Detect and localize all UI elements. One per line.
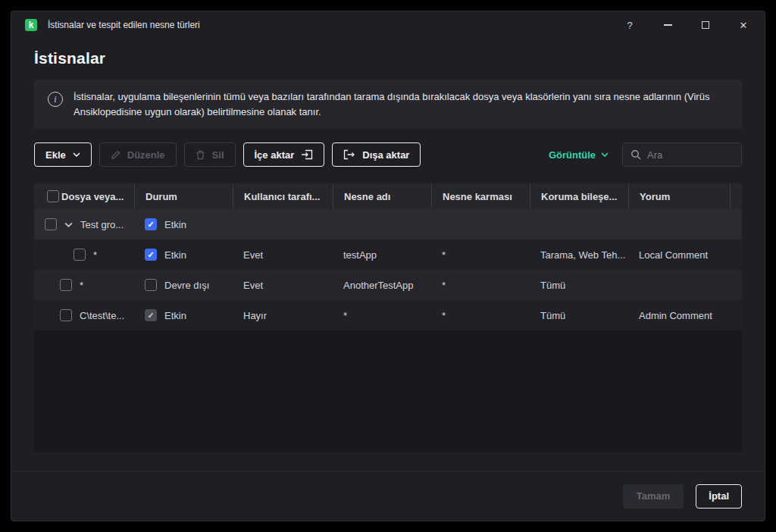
column-header-userdefined[interactable]: Kullanıcı tarafı... bbox=[233, 183, 333, 209]
import-icon bbox=[301, 149, 313, 160]
window-controls: ? ✕ bbox=[624, 19, 749, 31]
path-cell: * bbox=[34, 239, 134, 270]
userdefined-cell: Hayır bbox=[233, 300, 333, 330]
search-input[interactable] bbox=[647, 149, 734, 161]
chevron-down-icon bbox=[601, 152, 609, 157]
maximize-button[interactable] bbox=[699, 19, 712, 31]
row-select-checkbox[interactable] bbox=[60, 279, 72, 291]
delete-button-label: Sil bbox=[212, 149, 224, 161]
info-text: İstisnalar, uygulama bileşenlerinin tümü… bbox=[74, 89, 728, 119]
exclusions-table: Dosya veya... Durum Kullanıcı tarafı... … bbox=[34, 183, 742, 452]
column-header-path[interactable]: Dosya veya... bbox=[61, 183, 134, 209]
select-all-checkbox[interactable] bbox=[47, 190, 59, 202]
column-header-protection[interactable]: Koruma bileşe... bbox=[530, 183, 628, 209]
objectname-cell: testApp bbox=[333, 239, 431, 270]
dialog-window: k İstisnalar ve tespit edilen nesne türl… bbox=[11, 11, 765, 521]
column-header-objecthash[interactable]: Nesne karması bbox=[431, 183, 530, 209]
objecthash-cell: * bbox=[431, 300, 530, 330]
import-button[interactable]: İçe aktar bbox=[243, 142, 325, 167]
ok-button[interactable]: Tamam bbox=[623, 484, 684, 509]
table-header: Dosya veya... Durum Kullanıcı tarafı... … bbox=[34, 183, 742, 209]
chevron-down-icon bbox=[73, 152, 80, 157]
status-checkbox[interactable] bbox=[145, 218, 157, 230]
search-box bbox=[622, 142, 742, 167]
comment-cell: Local Comment bbox=[628, 239, 742, 270]
table-row[interactable]: * Devre dışı Evet AnotherTestApp * Tümü bbox=[34, 270, 742, 300]
header-checkbox-cell bbox=[34, 183, 61, 209]
trash-icon bbox=[196, 150, 205, 160]
info-panel: i İstisnalar, uygulama bileşenlerinin tü… bbox=[34, 80, 742, 129]
dialog-footer: Tamam İptal bbox=[11, 471, 765, 521]
edit-button-label: Düzenle bbox=[127, 149, 165, 161]
table-row[interactable]: C\test\te... Etkin Hayır * * Tümü Admin … bbox=[34, 300, 742, 330]
path-label: * bbox=[80, 280, 83, 291]
row-select-checkbox[interactable] bbox=[60, 309, 72, 321]
row-select-checkbox[interactable] bbox=[74, 249, 86, 261]
minimize-button[interactable] bbox=[662, 19, 674, 31]
comment-cell: Admin Comment bbox=[628, 300, 742, 330]
protection-cell: Tümü bbox=[530, 270, 628, 300]
status-checkbox[interactable] bbox=[145, 249, 157, 261]
objectname-cell: AnotherTestApp bbox=[333, 270, 431, 300]
comment-cell bbox=[628, 270, 742, 300]
export-icon bbox=[343, 149, 355, 160]
page-title: İstisnalar bbox=[34, 49, 742, 67]
title-bar: k İstisnalar ve tespit edilen nesne türl… bbox=[11, 11, 765, 39]
protection-cell: Tümü bbox=[530, 300, 628, 330]
objecthash-cell: * bbox=[431, 270, 530, 300]
toolbar-right: Görüntüle bbox=[549, 142, 742, 167]
userdefined-cell: Evet bbox=[233, 239, 333, 270]
pencil-icon bbox=[111, 150, 120, 160]
path-label: * bbox=[93, 249, 97, 261]
protection-cell: Tarama, Web Teh... bbox=[530, 239, 628, 270]
table-row[interactable]: * Etkin Evet testApp * Tarama, Web Teh..… bbox=[34, 239, 742, 270]
group-name: Test gro... bbox=[80, 219, 124, 230]
status-label: Etkin bbox=[164, 310, 186, 321]
delete-button[interactable]: Sil bbox=[184, 142, 236, 167]
column-header-status[interactable]: Durum bbox=[134, 183, 233, 209]
edit-button[interactable]: Düzenle bbox=[99, 142, 177, 167]
status-cell: Etkin bbox=[134, 300, 233, 330]
search-icon bbox=[630, 149, 641, 160]
path-cell: * bbox=[34, 270, 134, 300]
table-row-group[interactable]: Test gro... Etkin bbox=[34, 209, 742, 239]
status-cell: Etkin bbox=[134, 209, 233, 239]
help-button[interactable]: ? bbox=[624, 19, 636, 31]
import-button-label: İçe aktar bbox=[255, 149, 295, 161]
view-dropdown[interactable]: Görüntüle bbox=[549, 149, 609, 161]
status-label: Etkin bbox=[164, 249, 186, 261]
add-button-label: Ekle bbox=[45, 149, 66, 161]
chevron-down-icon[interactable] bbox=[64, 222, 73, 227]
kaspersky-logo-icon: k bbox=[25, 19, 37, 31]
toolbar: Ekle Düzenle Sil İçe aktar Dışa aktar Gö… bbox=[34, 142, 742, 167]
status-cell: Etkin bbox=[134, 239, 233, 270]
window-title: İstisnalar ve tespit edilen nesne türler… bbox=[48, 20, 200, 30]
minimize-icon bbox=[664, 24, 672, 26]
view-dropdown-label: Görüntüle bbox=[549, 149, 596, 161]
status-checkbox[interactable] bbox=[145, 309, 157, 321]
path-cell: C\test\te... bbox=[34, 300, 134, 330]
path-label: C\test\te... bbox=[80, 310, 124, 321]
export-button-label: Dışa aktar bbox=[362, 149, 409, 161]
objecthash-cell: * bbox=[431, 239, 530, 270]
maximize-icon bbox=[702, 21, 709, 29]
column-header-comment[interactable]: Yorum bbox=[628, 183, 730, 209]
export-button[interactable]: Dışa aktar bbox=[332, 142, 421, 167]
column-header-objectname[interactable]: Nesne adı bbox=[333, 183, 431, 209]
status-label: Devre dışı bbox=[164, 280, 209, 291]
group-name-cell: Test gro... bbox=[34, 209, 134, 239]
userdefined-cell: Evet bbox=[233, 270, 333, 300]
info-icon: i bbox=[48, 92, 63, 107]
add-button[interactable]: Ekle bbox=[34, 142, 92, 167]
close-button[interactable]: ✕ bbox=[737, 19, 749, 31]
status-cell: Devre dışı bbox=[134, 270, 233, 300]
status-label: Etkin bbox=[164, 219, 186, 230]
cancel-button[interactable]: İptal bbox=[696, 484, 742, 509]
objectname-cell: * bbox=[333, 300, 431, 330]
table-scrollbar-area bbox=[730, 183, 742, 209]
row-select-checkbox[interactable] bbox=[45, 218, 57, 230]
status-checkbox[interactable] bbox=[145, 279, 157, 291]
